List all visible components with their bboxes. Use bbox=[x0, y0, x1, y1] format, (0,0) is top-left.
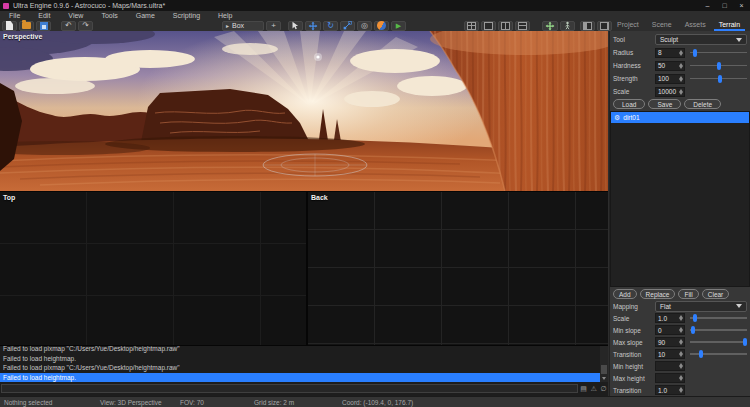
material-scale-slider[interactable] bbox=[690, 313, 747, 323]
radius-slider[interactable] bbox=[690, 48, 747, 58]
tab-project[interactable]: Project bbox=[612, 21, 644, 31]
radius-spinbox[interactable]: 8 bbox=[655, 48, 685, 58]
slider-handle[interactable] bbox=[691, 326, 695, 334]
select-tool-button[interactable] bbox=[288, 21, 303, 31]
console-command-input[interactable] bbox=[1, 384, 578, 393]
tool-dropdown[interactable]: Sculpt bbox=[655, 34, 747, 45]
menu-help[interactable]: Help bbox=[209, 12, 241, 19]
terrain-layer-list[interactable]: ⚙ dirt01 bbox=[610, 111, 750, 287]
perspective-viewport[interactable]: Perspective bbox=[0, 31, 608, 191]
pan-viewport-button[interactable] bbox=[542, 21, 558, 31]
add-primitive-button[interactable]: + bbox=[266, 21, 281, 31]
layer-row-dirt01[interactable]: ⚙ dirt01 bbox=[611, 112, 749, 123]
maximize-button[interactable]: □ bbox=[716, 0, 733, 11]
menu-scripting[interactable]: Scripting bbox=[164, 12, 209, 19]
spinner-arrows-icon[interactable] bbox=[678, 315, 683, 321]
min-slope-slider[interactable] bbox=[690, 325, 747, 335]
slider-handle[interactable] bbox=[699, 350, 703, 358]
spinner-arrows-icon[interactable] bbox=[678, 89, 683, 95]
min-height-spinbox[interactable] bbox=[655, 361, 685, 371]
spinner-arrows-icon[interactable] bbox=[678, 351, 683, 357]
new-file-button[interactable] bbox=[2, 21, 17, 31]
slider-handle[interactable] bbox=[743, 338, 747, 346]
hardness-spinbox[interactable]: 50 bbox=[655, 61, 685, 71]
viewport-nav-group bbox=[542, 20, 575, 31]
spinner-arrows-icon[interactable] bbox=[678, 375, 683, 381]
layout-vertical-split-button[interactable] bbox=[498, 21, 513, 31]
slider-handle[interactable] bbox=[693, 49, 697, 57]
strength-slider[interactable] bbox=[690, 74, 747, 84]
status-coordinates: Coord: (-109.4, 0, 176.7) bbox=[342, 399, 413, 406]
layout-four-pane-button[interactable] bbox=[464, 21, 479, 31]
delete-button[interactable]: Delete bbox=[684, 99, 721, 109]
spinner-arrows-icon[interactable] bbox=[678, 327, 683, 333]
console-log-row[interactable]: Failed to load pixmap "C:/Users/Yue/Desk… bbox=[0, 363, 600, 373]
top-viewport[interactable]: Top bbox=[0, 192, 306, 345]
spinner-arrows-icon[interactable] bbox=[678, 363, 683, 369]
spinner-arrows-icon[interactable] bbox=[678, 50, 683, 56]
spinner-arrows-icon[interactable] bbox=[678, 387, 683, 393]
save-brush-button[interactable]: Save bbox=[648, 99, 681, 109]
redo-button[interactable]: ↷ bbox=[78, 21, 93, 31]
spinner-arrows-icon[interactable] bbox=[678, 76, 683, 82]
warning-filter-icon[interactable]: ⚠ bbox=[589, 384, 598, 393]
log-filter-icon[interactable]: ▤ bbox=[579, 384, 588, 393]
move-tool-button[interactable] bbox=[305, 21, 321, 31]
fill-layer-button[interactable]: Fill bbox=[678, 289, 698, 299]
menu-file[interactable]: File bbox=[0, 12, 29, 19]
pivot-tool-button[interactable]: ◎ bbox=[357, 21, 372, 31]
strength-spinbox[interactable]: 100 bbox=[655, 74, 685, 84]
minimize-button[interactable]: – bbox=[699, 0, 716, 11]
undo-button[interactable]: ↶ bbox=[61, 21, 76, 31]
spinner-arrows-icon[interactable] bbox=[678, 339, 683, 345]
max-slope-spinbox[interactable]: 90 bbox=[655, 337, 685, 347]
scrollbar-thumb[interactable] bbox=[601, 365, 607, 374]
environment-button[interactable] bbox=[374, 21, 389, 31]
add-layer-button[interactable]: Add bbox=[613, 289, 637, 299]
menu-tools[interactable]: Tools bbox=[92, 12, 126, 19]
terrain-scale-spinbox[interactable]: 10000 bbox=[655, 87, 685, 97]
slider-handle[interactable] bbox=[718, 75, 722, 83]
transition-spinbox[interactable]: 10 bbox=[655, 349, 685, 359]
menu-edit[interactable]: Edit bbox=[29, 12, 59, 19]
replace-layer-button[interactable]: Replace bbox=[640, 289, 676, 299]
run-game-button[interactable]: ▶ bbox=[391, 21, 406, 31]
transition2-spinbox[interactable]: 1.0 bbox=[655, 385, 685, 395]
slider-handle[interactable] bbox=[717, 62, 721, 70]
console-log-row[interactable]: Failed to load pixmap "C:/Users/Yue/Desk… bbox=[0, 346, 600, 354]
toggle-right-panel-button[interactable] bbox=[597, 21, 612, 31]
mapping-dropdown[interactable]: Flat bbox=[655, 301, 747, 312]
console-scrollbar[interactable] bbox=[600, 346, 608, 382]
layout-horizontal-split-button[interactable] bbox=[515, 21, 530, 31]
max-height-spinbox[interactable] bbox=[655, 373, 685, 383]
tab-scene[interactable]: Scene bbox=[647, 21, 677, 31]
slider-handle[interactable] bbox=[693, 314, 697, 322]
toggle-left-panel-button[interactable] bbox=[580, 21, 595, 31]
console-log-row-selected[interactable]: Failed to load heightmap. bbox=[0, 373, 600, 383]
console-log-row[interactable]: Failed to load heightmap. bbox=[0, 354, 600, 364]
walk-navigation-button[interactable] bbox=[560, 21, 575, 31]
error-filter-icon[interactable]: ∅ bbox=[599, 384, 608, 393]
tab-terrain[interactable]: Terrain bbox=[714, 21, 745, 31]
menu-view[interactable]: View bbox=[59, 12, 92, 19]
back-viewport[interactable]: Back bbox=[308, 192, 608, 345]
menu-game[interactable]: Game bbox=[127, 12, 164, 19]
hardness-row: Hardness 50 bbox=[610, 59, 750, 72]
load-button[interactable]: Load bbox=[613, 99, 645, 109]
material-scale-spinbox[interactable]: 1.0 bbox=[655, 313, 685, 323]
layout-single-pane-button[interactable] bbox=[481, 21, 496, 31]
scroll-down-arrow-icon[interactable] bbox=[602, 377, 606, 380]
hardness-slider[interactable] bbox=[690, 61, 747, 71]
close-button[interactable]: × bbox=[733, 0, 750, 11]
min-slope-spinbox[interactable]: 0 bbox=[655, 325, 685, 335]
max-slope-slider[interactable] bbox=[690, 337, 747, 347]
primitive-dropdown[interactable]: ▸ Box bbox=[222, 21, 264, 31]
scale-tool-button[interactable] bbox=[340, 21, 355, 31]
clear-layer-button[interactable]: Clear bbox=[702, 289, 730, 299]
transition-slider[interactable] bbox=[690, 349, 747, 359]
spinner-arrows-icon[interactable] bbox=[678, 63, 683, 69]
save-button[interactable] bbox=[36, 21, 51, 31]
tab-assets[interactable]: Assets bbox=[680, 21, 711, 31]
open-file-button[interactable] bbox=[19, 21, 34, 31]
rotate-tool-button[interactable]: ↻ bbox=[323, 21, 338, 31]
